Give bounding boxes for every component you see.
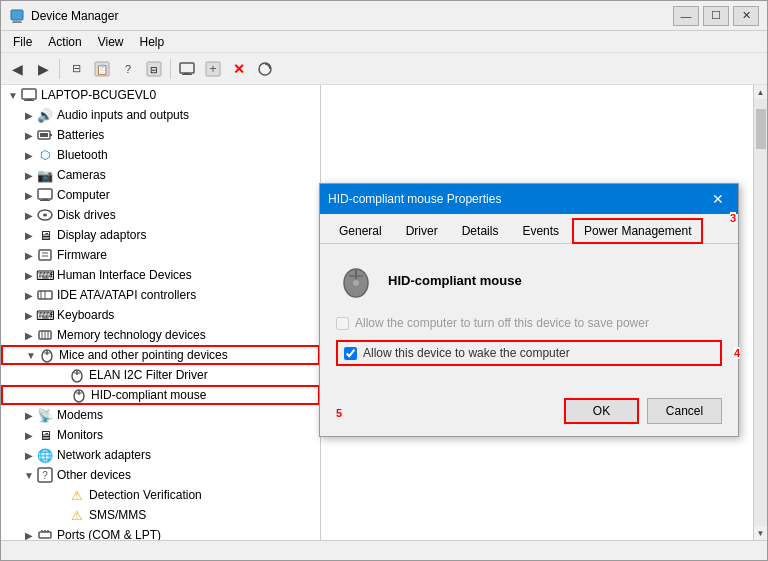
svg-text:⊟: ⊟ (150, 65, 158, 75)
display-label: Display adaptors (57, 228, 146, 242)
menu-action[interactable]: Action (40, 33, 89, 51)
power-option-save: Allow the computer to turn off this devi… (336, 316, 722, 330)
display-toggle[interactable]: ▶ (21, 227, 37, 243)
tree-item-display[interactable]: ▶ 🖥 Display adaptors (1, 225, 320, 245)
back-button[interactable]: ◀ (5, 57, 29, 81)
tree-item-audio[interactable]: ▶ 🔊 Audio inputs and outputs (1, 105, 320, 125)
svg-point-23 (43, 214, 47, 217)
cancel-button[interactable]: Cancel (647, 398, 722, 424)
ide-icon (37, 287, 53, 303)
mice-toggle[interactable]: ▼ (23, 347, 39, 363)
tree-item-memory[interactable]: ▶ Memory technology devices (1, 325, 320, 345)
tree-item-mice[interactable]: ▼ Mice and other pointing devices 1 (1, 345, 320, 365)
root-toggle[interactable]: ▼ (5, 87, 21, 103)
tree-item-detection[interactable]: ▶ ⚠ Detection Verification (1, 485, 320, 505)
add-button[interactable]: + (201, 57, 225, 81)
tree-item-ide[interactable]: ▶ IDE ATA/ATAPI controllers (1, 285, 320, 305)
forward-button[interactable]: ▶ (31, 57, 55, 81)
tree-item-batteries[interactable]: ▶ Batteries (1, 125, 320, 145)
audio-toggle[interactable]: ▶ (21, 107, 37, 123)
detection-icon: ⚠ (69, 487, 85, 503)
tree-item-network[interactable]: ▶ 🌐 Network adapters (1, 445, 320, 465)
scroll-up-arrow[interactable]: ▲ (754, 85, 768, 99)
svg-text:?: ? (42, 470, 48, 481)
network-label: Network adapters (57, 448, 151, 462)
tree-item-firmware[interactable]: ▶ Firmware (1, 245, 320, 265)
help-button[interactable]: ? (116, 57, 140, 81)
svg-rect-21 (40, 200, 50, 201)
firmware-toggle[interactable]: ▶ (21, 247, 37, 263)
scroll-track[interactable] (754, 99, 767, 526)
close-button[interactable]: ✕ (733, 6, 759, 26)
properties-button[interactable]: ⊟ (64, 57, 88, 81)
maximize-button[interactable]: ☐ (703, 6, 729, 26)
main-scrollbar[interactable]: ▲ ▼ (753, 85, 767, 540)
remove-button[interactable]: ✕ (227, 57, 251, 81)
menu-file[interactable]: File (5, 33, 40, 51)
svg-rect-7 (180, 63, 194, 73)
memory-label: Memory technology devices (57, 328, 206, 342)
scroll-down-arrow[interactable]: ▼ (754, 526, 768, 540)
audio-label: Audio inputs and outputs (57, 108, 189, 122)
tree-item-elan[interactable]: ▶ ELAN I2C Filter Driver (1, 365, 320, 385)
tree-item-sms[interactable]: ▶ ⚠ SMS/MMS (1, 505, 320, 525)
network-icon: 🌐 (37, 447, 53, 463)
toolbar-sep2 (170, 59, 171, 79)
tab-driver[interactable]: Driver (395, 218, 449, 243)
tree-item-bluetooth[interactable]: ▶ ⬡ Bluetooth (1, 145, 320, 165)
annotation-4: 4 (734, 347, 740, 359)
tree-item-hid[interactable]: ▶ ⌨ Human Interface Devices (1, 265, 320, 285)
tree-item-ports[interactable]: ▶ Ports (COM & LPT) (1, 525, 320, 540)
disk-toggle[interactable]: ▶ (21, 207, 37, 223)
scroll-thumb[interactable] (756, 109, 766, 149)
dialog-title: HID-compliant mouse Properties (328, 192, 706, 206)
batteries-icon (37, 127, 53, 143)
tree-item-disk[interactable]: ▶ Disk drives (1, 205, 320, 225)
ok-button[interactable]: OK (564, 398, 639, 424)
tree-item-hid-mouse[interactable]: ▶ HID-compliant mouse 2 (1, 385, 320, 405)
hid-mouse-icon (71, 387, 87, 403)
dialog-close-button[interactable]: ✕ (706, 187, 730, 211)
firmware-icon (37, 247, 53, 263)
scan-button[interactable]: ⊟ (142, 57, 166, 81)
monitor-button[interactable] (175, 57, 199, 81)
tab-general[interactable]: General (328, 218, 393, 243)
bluetooth-toggle[interactable]: ▶ (21, 147, 37, 163)
tree-root[interactable]: ▼ LAPTOP-BCUGEVL0 (1, 85, 320, 105)
device-name: HID-compliant mouse (388, 273, 522, 288)
menu-help[interactable]: Help (132, 33, 173, 51)
tree-item-computer[interactable]: ▶ Computer (1, 185, 320, 205)
other-label: Other devices (57, 468, 131, 482)
tree-item-modems[interactable]: ▶ 📡 Modems (1, 405, 320, 425)
tab-power-management[interactable]: Power Management (572, 218, 703, 244)
detection-label: Detection Verification (89, 488, 202, 502)
root-label: LAPTOP-BCUGEVL0 (41, 88, 156, 102)
cameras-toggle[interactable]: ▶ (21, 167, 37, 183)
tree-item-cameras[interactable]: ▶ 📷 Cameras (1, 165, 320, 185)
tab-details[interactable]: Details (451, 218, 510, 243)
tab-events[interactable]: Events (511, 218, 570, 243)
other-toggle[interactable]: ▼ (21, 467, 37, 483)
monitors-toggle[interactable]: ▶ (21, 427, 37, 443)
refresh-button[interactable] (253, 57, 277, 81)
wake-computer-label: Allow this device to wake the computer (363, 346, 570, 360)
computer-toggle[interactable]: ▶ (21, 187, 37, 203)
tree-item-other[interactable]: ▼ ? Other devices (1, 465, 320, 485)
svg-rect-2 (12, 22, 22, 23)
ports-toggle[interactable]: ▶ (21, 527, 37, 540)
ide-toggle[interactable]: ▶ (21, 287, 37, 303)
memory-toggle[interactable]: ▶ (21, 327, 37, 343)
batteries-toggle[interactable]: ▶ (21, 127, 37, 143)
save-power-checkbox[interactable] (336, 317, 349, 330)
tree-panel[interactable]: ▼ LAPTOP-BCUGEVL0 ▶ 🔊 Audio inputs and o… (1, 85, 321, 540)
update-driver-button[interactable]: 📋 (90, 57, 114, 81)
network-toggle[interactable]: ▶ (21, 447, 37, 463)
minimize-button[interactable]: — (673, 6, 699, 26)
tree-item-monitors[interactable]: ▶ 🖥 Monitors (1, 425, 320, 445)
tree-item-keyboards[interactable]: ▶ ⌨ Keyboards (1, 305, 320, 325)
modems-toggle[interactable]: ▶ (21, 407, 37, 423)
wake-computer-checkbox[interactable] (344, 347, 357, 360)
window-controls: — ☐ ✕ (673, 6, 759, 26)
disk-icon (37, 207, 53, 223)
menu-view[interactable]: View (90, 33, 132, 51)
